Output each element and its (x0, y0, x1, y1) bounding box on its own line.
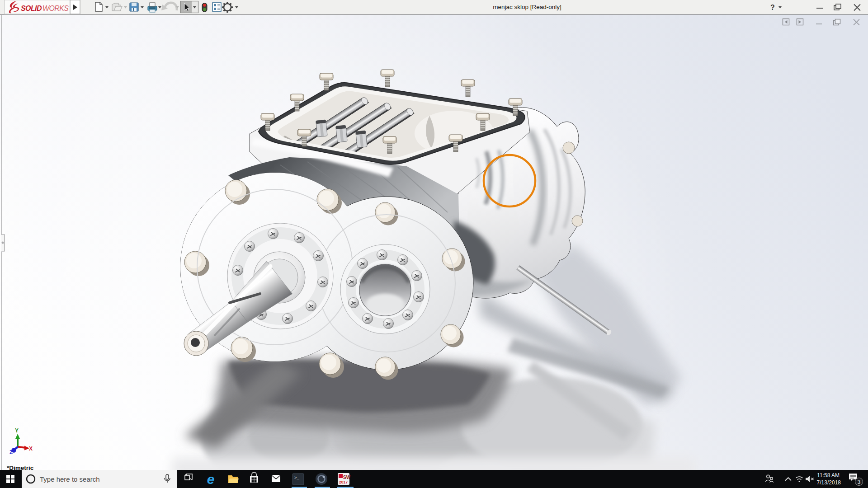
svg-text:2017: 2017 (339, 480, 348, 484)
svg-text:>_: >_ (294, 476, 299, 480)
svg-text:Y: Y (15, 427, 19, 434)
svg-text:SOLID: SOLID (21, 5, 42, 12)
svg-text:X: X (29, 446, 33, 452)
svg-text:WORKS: WORKS (42, 5, 69, 12)
svg-text:SW: SW (343, 475, 351, 480)
svg-text:11:58 AM: 11:58 AM (817, 472, 840, 479)
svg-text:3: 3 (858, 479, 861, 485)
svg-text:7/13/2018: 7/13/2018 (817, 479, 841, 486)
svg-text:menjac sklop [Read-only]: menjac sklop [Read-only] (493, 4, 561, 10)
svg-text:?: ? (770, 4, 775, 11)
svg-text:Type here to search: Type here to search (40, 475, 100, 483)
svg-text:Z: Z (9, 449, 13, 455)
svg-text:e: e (207, 472, 215, 487)
